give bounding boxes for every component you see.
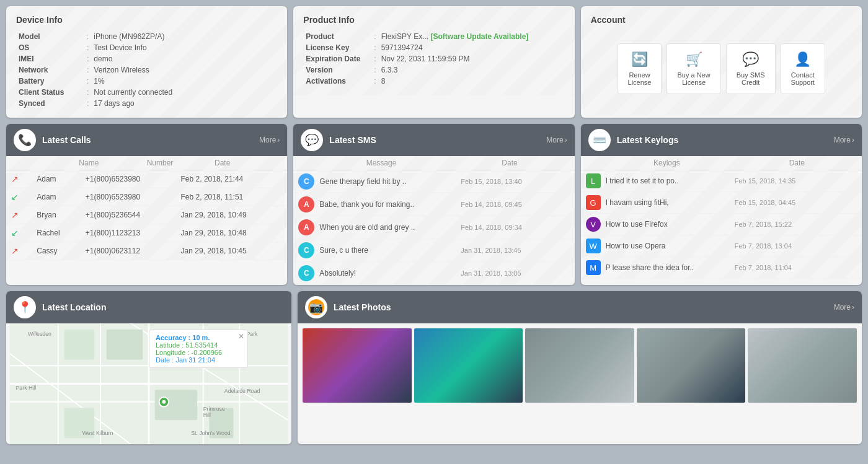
keylogs-col-date: Date: [789, 159, 857, 167]
list-item: WHow to use OperaFeb 7, 2018, 13:04: [581, 235, 862, 257]
list-item: CAbsolutely!Jan 31, 2018, 13:05: [293, 262, 574, 285]
device-info-row: Network:Verizon Wireless: [16, 64, 277, 76]
product-info-row: Activations:8: [303, 76, 564, 87]
latest-photos-card: 📷 Latest Photos More ›: [298, 291, 862, 444]
account-button[interactable]: 🔄RenewLicense: [618, 43, 662, 94]
product-info-row: License Key:5971394724: [303, 42, 564, 53]
account-card: Account 🔄RenewLicense🛒Buy a NewLicense💬B…: [581, 6, 862, 118]
map-info-close[interactable]: ✕: [238, 332, 244, 341]
photos-grid: [298, 323, 862, 408]
product-info-card: Product Info Product:FlexiSPY Ex... [Sof…: [293, 6, 574, 118]
svg-point-26: [162, 400, 166, 404]
sms-col-message: Message: [366, 159, 502, 167]
keylogs-more-link[interactable]: More ›: [834, 136, 854, 144]
list-item: GI havam using fitHi,Feb 15, 2018, 04:45: [581, 192, 862, 214]
map-latitude: Latitude : 51.535414: [156, 341, 241, 349]
photos-icon-circle: 📷: [305, 296, 327, 318]
latest-sms-title: Latest SMS: [329, 135, 540, 145]
svg-rect-12: [107, 330, 143, 360]
photo-thumbnail[interactable]: [637, 328, 746, 403]
account-button[interactable]: 💬Buy SMSCredit: [726, 43, 776, 94]
calls-more-link[interactable]: More ›: [259, 136, 280, 144]
location-pin-icon: 📍: [18, 300, 32, 314]
device-info-table: Model:iPhone (MN962ZP/A)OS:Test Device I…: [16, 31, 277, 109]
svg-text:St. John's Wood: St. John's Wood: [191, 430, 231, 436]
svg-text:Hill: Hill: [203, 412, 211, 418]
product-info-row: Product:FlexiSPY Ex... [Software Update …: [303, 31, 564, 42]
map-date: Date : Jan 31 21:04: [156, 356, 241, 364]
calls-table: ↗Adam+1(800)6523980Feb 2, 2018, 21:44↙Ad…: [6, 170, 287, 260]
list-item: LI tried it to set it to po..Feb 15, 201…: [581, 170, 862, 192]
map-container: Willesden Belsize Park Park Hill Primros…: [6, 323, 291, 444]
svg-text:Primrose: Primrose: [203, 406, 225, 412]
latest-location-header: 📍 Latest Location: [6, 291, 291, 323]
device-info-card: Device Info Model:iPhone (MN962ZP/A)OS:T…: [6, 6, 287, 118]
list-item: CGene therapy field hit by ..Feb 15, 201…: [293, 170, 574, 193]
sms-icon: 💬: [305, 133, 319, 147]
account-button[interactable]: 👤ContactSupport: [781, 43, 826, 94]
calls-col-number: Number: [147, 159, 215, 167]
camera-icon: 📷: [308, 299, 324, 315]
account-title: Account: [591, 15, 852, 25]
latest-sms-header: 💬 Latest SMS More ›: [293, 124, 574, 156]
latest-keylogs-title: Latest Keylogs: [617, 135, 828, 145]
product-info-row: Expiration Date:Nov 22, 2031 11:59:59 PM: [303, 53, 564, 64]
sms-icon-circle: 💬: [301, 129, 323, 151]
table-row: ↗Bryan+1(800)5236544Jan 29, 2018, 10:49: [6, 206, 287, 224]
keylogs-icon-circle: ⌨️: [588, 129, 611, 151]
latest-location-title: Latest Location: [42, 302, 284, 312]
photo-thumbnail[interactable]: [748, 328, 857, 403]
svg-text:Adelaide Road: Adelaide Road: [224, 388, 260, 394]
latest-photos-header: 📷 Latest Photos More ›: [298, 291, 862, 323]
device-info-row: Synced:17 days ago: [16, 98, 277, 109]
account-button[interactable]: 🛒Buy a NewLicense: [666, 43, 720, 94]
list-item: VHow to use FirefoxFeb 7, 2018, 15:22: [581, 214, 862, 235]
device-info-row: IMEI:demo: [16, 53, 277, 64]
svg-text:Willesden: Willesden: [28, 331, 51, 337]
table-row: ↙Adam+1(800)6523980Feb 2, 2018, 11:51: [6, 188, 287, 206]
list-item: MP lease share the idea for..Feb 7, 2018…: [581, 257, 862, 279]
product-info-table: Product:FlexiSPY Ex... [Software Update …: [303, 31, 564, 87]
phone-icon: 📞: [18, 133, 32, 147]
device-info-row: Model:iPhone (MN962ZP/A): [16, 31, 277, 42]
location-icon-circle: 📍: [14, 296, 36, 318]
account-buttons: 🔄RenewLicense🛒Buy a NewLicense💬Buy SMSCr…: [591, 31, 852, 107]
latest-location-card: 📍 Latest Location: [6, 291, 291, 444]
latest-sms-card: 💬 Latest SMS More › Message Date CGene t…: [293, 124, 574, 285]
product-info-title: Product Info: [303, 15, 564, 25]
table-row: ↗Adam+1(800)6523980Feb 2, 2018, 21:44: [6, 170, 287, 188]
calls-icon-circle: 📞: [14, 129, 36, 151]
svg-text:West Kilburn: West Kilburn: [82, 430, 113, 436]
device-info-row: Battery:1%: [16, 76, 277, 87]
latest-keylogs-header: ⌨️ Latest Keylogs More ›: [581, 124, 862, 156]
table-row: ↙Rachel+1(800)1123213Jan 29, 2018, 10:48: [6, 224, 287, 242]
map-info-box: ✕ Accuracy : 10 m. Latitude : 51.535414 …: [149, 330, 248, 368]
map-longitude: Longitude : -0.200966: [156, 349, 241, 356]
photo-thumbnail[interactable]: [414, 328, 523, 403]
photo-thumbnail[interactable]: [525, 328, 634, 403]
latest-calls-header: 📞 Latest Calls More ›: [6, 124, 287, 156]
svg-rect-11: [64, 330, 95, 360]
svg-text:Park Hill: Park Hill: [16, 385, 37, 391]
map-accuracy: Accuracy : 10 m.: [156, 334, 241, 341]
calls-col-name: Name: [79, 159, 146, 167]
list-item: AWhen you are old and grey ..Feb 14, 201…: [293, 216, 574, 239]
calls-col-date: Date: [215, 159, 282, 167]
photo-thumbnail[interactable]: [303, 328, 412, 403]
device-info-row: Client Status:Not currently connected: [16, 87, 277, 98]
photos-more-link[interactable]: More ›: [834, 303, 854, 312]
sms-more-link[interactable]: More ›: [546, 136, 567, 144]
keylogs-col-keylogs: Keylogs: [653, 159, 789, 167]
device-info-row: OS:Test Device Info: [16, 42, 277, 53]
table-row: ↗Cassy+1(800)0623112Jan 29, 2018, 10:45: [6, 242, 287, 260]
keyboard-icon: ⌨️: [593, 133, 606, 147]
latest-calls-card: 📞 Latest Calls More › Name Number Date ↗…: [6, 124, 287, 285]
latest-calls-title: Latest Calls: [42, 135, 253, 145]
list-item: ABabe, thank you for making..Feb 14, 201…: [293, 193, 574, 216]
product-info-row: Version:6.3.3: [303, 64, 564, 76]
list-item: CSure, c u thereJan 31, 2018, 13:45: [293, 239, 574, 262]
sms-col-date: Date: [502, 159, 569, 167]
latest-keylogs-card: ⌨️ Latest Keylogs More › Keylogs Date LI…: [581, 124, 862, 285]
device-info-title: Device Info: [16, 15, 277, 25]
latest-photos-title: Latest Photos: [334, 302, 828, 312]
